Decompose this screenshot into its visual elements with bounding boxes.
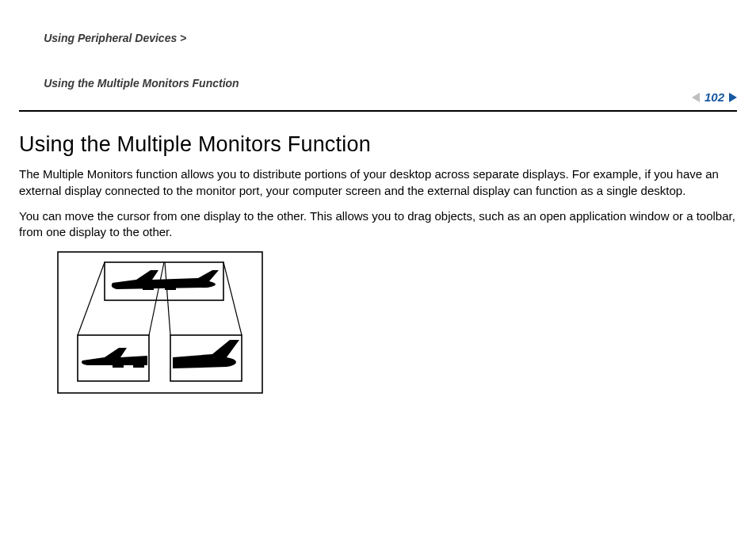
next-page-arrow-icon[interactable] bbox=[729, 93, 737, 102]
breadcrumb-section[interactable]: Using Peripheral Devices bbox=[44, 32, 177, 44]
page-body: Using the Multiple Monitors Function The… bbox=[19, 132, 737, 397]
svg-rect-7 bbox=[113, 364, 124, 368]
page-header: Using Peripheral Devices > Using the Mul… bbox=[19, 16, 737, 112]
illustration-svg bbox=[57, 251, 263, 394]
svg-rect-8 bbox=[133, 364, 144, 368]
manual-page: Using Peripheral Devices > Using the Mul… bbox=[0, 0, 756, 397]
airplane-icon bbox=[112, 270, 219, 290]
svg-rect-0 bbox=[58, 252, 262, 393]
intro-paragraph-1: The Multiple Monitors function allows yo… bbox=[19, 166, 737, 199]
airplane-tail-icon bbox=[173, 340, 239, 368]
svg-rect-6 bbox=[165, 286, 176, 290]
page-number: 102 bbox=[704, 90, 724, 104]
breadcrumb-current: Using the Multiple Monitors Function bbox=[44, 77, 239, 90]
page-nav: 102 bbox=[692, 90, 737, 105]
svg-line-4 bbox=[223, 262, 242, 335]
breadcrumb: Using Peripheral Devices > Using the Mul… bbox=[19, 16, 239, 105]
svg-line-1 bbox=[78, 262, 105, 335]
breadcrumb-separator: > bbox=[177, 32, 189, 44]
page-title: Using the Multiple Monitors Function bbox=[19, 132, 737, 157]
intro-paragraph-2: You can move the cursor from one display… bbox=[19, 208, 737, 241]
airplane-front-icon bbox=[82, 348, 147, 368]
svg-line-3 bbox=[165, 262, 170, 335]
multiple-monitors-illustration bbox=[57, 251, 737, 397]
prev-page-arrow-icon[interactable] bbox=[692, 93, 700, 102]
svg-rect-5 bbox=[143, 286, 154, 290]
